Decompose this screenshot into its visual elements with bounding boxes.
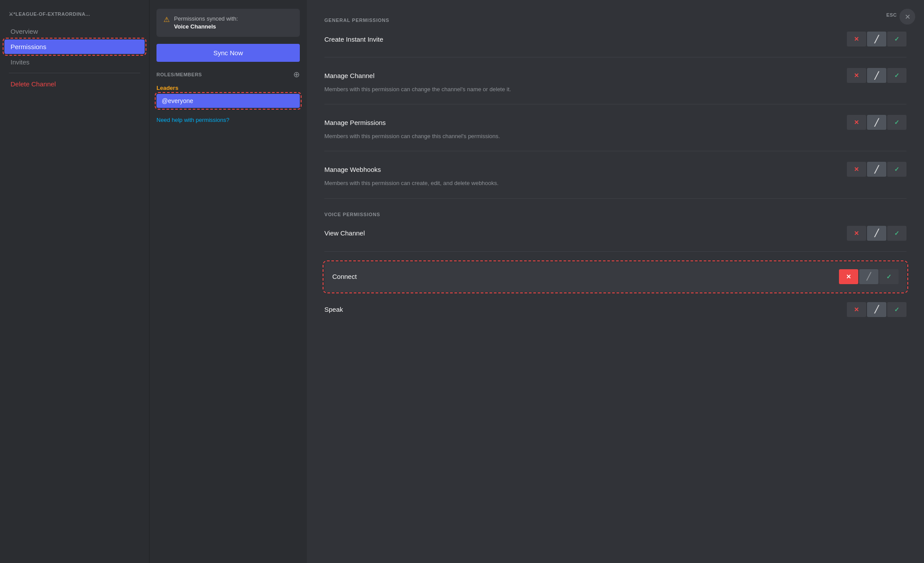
general-permissions-title: GENERAL PERMISSIONS (324, 18, 906, 23)
allow-button[interactable]: ✓ (887, 68, 906, 83)
roles-section-label: Leaders (156, 83, 300, 94)
permission-name: Connect (332, 273, 357, 280)
permission-top: Create Instant Invite ✕ ╱ ✓ (324, 32, 906, 46)
sync-now-button[interactable]: Sync Now (156, 44, 300, 62)
roles-header: ROLES/MEMBERS ⊕ (156, 71, 300, 78)
sidebar-item-delete-channel[interactable]: Delete Channel (4, 77, 145, 91)
permission-top: Speak ✕ ╱ ✓ (324, 302, 906, 317)
permission-top: Manage Webhooks ✕ ╱ ✓ (324, 162, 906, 177)
permission-desc: Members with this permission can change … (324, 132, 622, 140)
permission-row-manage-channel: Manage Channel ✕ ╱ ✓ Members with this p… (324, 68, 906, 104)
voice-permissions-section: VOICE PERMISSIONS View Channel ✕ ╱ ✓ Con… (324, 212, 906, 328)
sidebar-item-overview[interactable]: Overview (4, 24, 145, 39)
permission-controls: ✕ ╱ ✓ (839, 269, 899, 284)
middle-panel: ⚠ Permissions synced with: Voice Channel… (149, 0, 307, 563)
add-role-button[interactable]: ⊕ (293, 71, 300, 78)
permission-row-speak: Speak ✕ ╱ ✓ (324, 302, 906, 328)
warning-icon: ⚠ (163, 15, 170, 24)
permission-name: Manage Permissions (324, 119, 386, 126)
neutral-button[interactable]: ╱ (859, 269, 878, 284)
permission-controls: ✕ ╱ ✓ (847, 162, 906, 177)
allow-button[interactable]: ✓ (879, 269, 899, 284)
sync-notice: ⚠ Permissions synced with: Voice Channel… (156, 9, 300, 37)
deny-button[interactable]: ✕ (847, 302, 866, 317)
neutral-button[interactable]: ╱ (867, 115, 886, 130)
permission-name: Create Instant Invite (324, 36, 383, 43)
server-name: ⚔*LEAGUE-OF-EXTRAORDINA... (4, 9, 145, 20)
permission-name: Manage Channel (324, 72, 374, 79)
close-icon: ✕ (905, 13, 910, 21)
permission-row-connect: Connect ✕ ╱ ✓ (324, 262, 906, 292)
help-link[interactable]: Need help with permissions? (156, 117, 300, 123)
allow-button[interactable]: ✓ (887, 226, 906, 241)
permission-desc: Members with this permission can change … (324, 86, 622, 93)
deny-button[interactable]: ✕ (847, 226, 866, 241)
permission-top: Manage Permissions ✕ ╱ ✓ (324, 115, 906, 130)
permission-top: Connect ✕ ╱ ✓ (332, 269, 899, 284)
permission-row-create-instant-invite: Create Instant Invite ✕ ╱ ✓ (324, 32, 906, 57)
permission-controls: ✕ ╱ ✓ (847, 226, 906, 241)
esc-label: ESC (886, 12, 897, 18)
permission-row-manage-permissions: Manage Permissions ✕ ╱ ✓ Members with th… (324, 115, 906, 151)
roles-label: ROLES/MEMBERS (156, 72, 202, 77)
permission-controls: ✕ ╱ ✓ (847, 32, 906, 46)
sidebar-divider (9, 73, 140, 73)
permission-name: Manage Webhooks (324, 166, 381, 173)
sync-notice-prefix: Permissions synced with: (174, 15, 238, 22)
permission-controls: ✕ ╱ ✓ (847, 115, 906, 130)
voice-permissions-title: VOICE PERMISSIONS (324, 212, 906, 217)
everyone-role-item[interactable]: @everyone (156, 94, 300, 108)
deny-button[interactable]: ✕ (847, 32, 866, 46)
deny-button[interactable]: ✕ (839, 269, 858, 284)
sync-notice-bold: Voice Channels (174, 23, 216, 30)
sidebar: ⚔*LEAGUE-OF-EXTRAORDINA... Overview Perm… (0, 0, 149, 563)
permission-controls: ✕ ╱ ✓ (847, 302, 906, 317)
sync-notice-text: Permissions synced with: Voice Channels (174, 15, 238, 31)
sidebar-item-permissions[interactable]: Permissions (4, 39, 145, 54)
permission-name: View Channel (324, 229, 365, 237)
allow-button[interactable]: ✓ (887, 162, 906, 177)
permission-top: View Channel ✕ ╱ ✓ (324, 226, 906, 241)
neutral-button[interactable]: ╱ (867, 302, 886, 317)
neutral-button[interactable]: ╱ (867, 68, 886, 83)
sidebar-item-invites[interactable]: Invites (4, 55, 145, 69)
neutral-button[interactable]: ╱ (867, 32, 886, 46)
neutral-button[interactable]: ╱ (867, 162, 886, 177)
allow-button[interactable]: ✓ (887, 302, 906, 317)
permission-controls: ✕ ╱ ✓ (847, 68, 906, 83)
permission-row-view-channel: View Channel ✕ ╱ ✓ (324, 226, 906, 252)
deny-button[interactable]: ✕ (847, 115, 866, 130)
deny-button[interactable]: ✕ (847, 162, 866, 177)
close-button[interactable]: ✕ (899, 9, 915, 25)
permission-name: Speak (324, 306, 343, 313)
permission-desc: Members with this permission can create,… (324, 179, 622, 187)
neutral-button[interactable]: ╱ (867, 226, 886, 241)
allow-button[interactable]: ✓ (887, 115, 906, 130)
allow-button[interactable]: ✓ (887, 32, 906, 46)
permission-top: Manage Channel ✕ ╱ ✓ (324, 68, 906, 83)
permission-row-manage-webhooks: Manage Webhooks ✕ ╱ ✓ Members with this … (324, 162, 906, 198)
deny-button[interactable]: ✕ (847, 68, 866, 83)
right-panel: ESC ✕ GENERAL PERMISSIONS Create Instant… (307, 0, 924, 563)
